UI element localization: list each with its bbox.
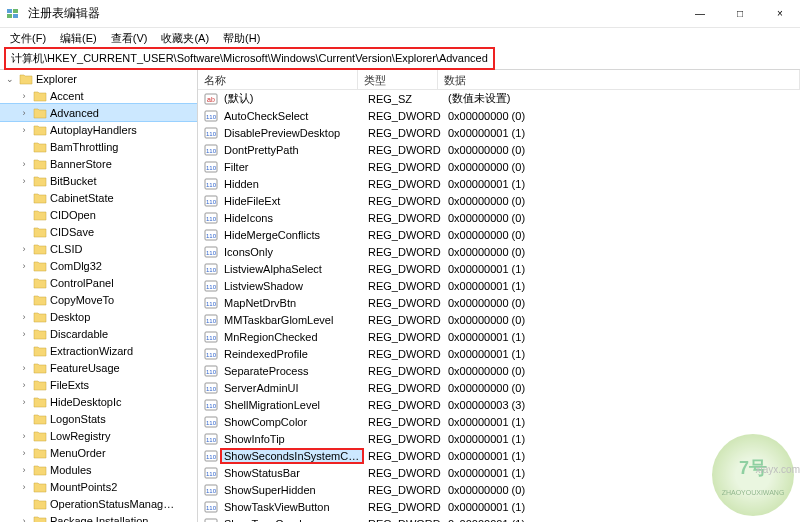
tree-item[interactable]: ›Discardable xyxy=(0,325,197,342)
value-row[interactable]: 110HideIconsREG_DWORD0x00000000 (0) xyxy=(198,209,800,226)
tree-item[interactable]: ⌄Explorer xyxy=(0,70,197,87)
expand-icon[interactable]: › xyxy=(18,125,30,135)
column-name[interactable]: 名称 xyxy=(198,70,358,89)
dword-value-icon: 110 xyxy=(204,398,218,412)
tree-item[interactable]: ExtractionWizard xyxy=(0,342,197,359)
value-row[interactable]: 110ShowTaskViewButtonREG_DWORD0x00000001… xyxy=(198,498,800,515)
tree-item[interactable]: CabinetState xyxy=(0,189,197,206)
dword-value-icon: 110 xyxy=(204,330,218,344)
expand-icon[interactable]: › xyxy=(18,397,30,407)
value-type: REG_DWORD xyxy=(362,433,442,445)
tree-item[interactable]: ›FileExts xyxy=(0,376,197,393)
value-row[interactable]: 110ShowSuperHiddenREG_DWORD0x00000000 (0… xyxy=(198,481,800,498)
value-row[interactable]: 110FilterREG_DWORD0x00000000 (0) xyxy=(198,158,800,175)
value-name: HideMergeConflicts xyxy=(224,229,360,241)
expand-icon[interactable]: › xyxy=(18,431,30,441)
menu-file[interactable]: 文件(F) xyxy=(4,29,52,48)
tree-item[interactable]: ›HideDesktopIc xyxy=(0,393,197,410)
dword-value-icon: 110 xyxy=(204,296,218,310)
tree-item[interactable]: ›AutoplayHandlers xyxy=(0,121,197,138)
value-row[interactable]: 110ShowSecondsInSystemClockREG_DWORD0x00… xyxy=(198,447,800,464)
tree-item-label: FileExts xyxy=(50,379,89,391)
tree-item[interactable]: ›LowRegistry xyxy=(0,427,197,444)
tree-item[interactable]: ›BannerStore xyxy=(0,155,197,172)
value-row[interactable]: 110ShowInfoTipREG_DWORD0x00000001 (1) xyxy=(198,430,800,447)
tree-item[interactable]: ›MountPoints2 xyxy=(0,478,197,495)
value-row[interactable]: 110ServerAdminUIREG_DWORD0x00000000 (0) xyxy=(198,379,800,396)
tree-item[interactable]: ›Advanced xyxy=(0,104,197,121)
tree-item[interactable]: ›Desktop xyxy=(0,308,197,325)
value-row[interactable]: 110MnRegionCheckedREG_DWORD0x00000001 (1… xyxy=(198,328,800,345)
tree-item[interactable]: ›Accent xyxy=(0,87,197,104)
tree-item[interactable]: ›FeatureUsage xyxy=(0,359,197,376)
expand-icon[interactable]: › xyxy=(18,261,30,271)
dword-value-icon: 110 xyxy=(204,381,218,395)
tree-item[interactable]: ›CLSID xyxy=(0,240,197,257)
expand-icon[interactable]: › xyxy=(18,244,30,254)
value-type: REG_DWORD xyxy=(362,195,442,207)
values-pane[interactable]: 名称 类型 数据 ab(默认)REG_SZ(数值未设置)110AutoCheck… xyxy=(198,70,800,522)
close-button[interactable]: × xyxy=(760,0,800,28)
value-row[interactable]: 110SeparateProcessREG_DWORD0x00000000 (0… xyxy=(198,362,800,379)
minimize-button[interactable]: — xyxy=(680,0,720,28)
value-row[interactable]: 110ShowTypeOverlayREG_DWORD0x00000001 (1… xyxy=(198,515,800,522)
value-row[interactable]: 110HideMergeConflictsREG_DWORD0x00000000… xyxy=(198,226,800,243)
address-path[interactable]: 计算机\HKEY_CURRENT_USER\Software\Microsoft… xyxy=(7,50,492,67)
tree-item[interactable]: BamThrottling xyxy=(0,138,197,155)
value-row[interactable]: 110MapNetDrvBtnREG_DWORD0x00000000 (0) xyxy=(198,294,800,311)
expand-icon[interactable]: › xyxy=(18,448,30,458)
value-row[interactable]: ab(默认)REG_SZ(数值未设置) xyxy=(198,90,800,107)
menu-edit[interactable]: 编辑(E) xyxy=(54,29,103,48)
expand-icon[interactable]: › xyxy=(18,91,30,101)
expand-icon[interactable]: › xyxy=(18,159,30,169)
expand-icon[interactable]: › xyxy=(18,482,30,492)
tree-pane[interactable]: ⌄Explorer›Accent›Advanced›AutoplayHandle… xyxy=(0,70,198,522)
tree-item-label: ExtractionWizard xyxy=(50,345,133,357)
tree-item[interactable]: OperationStatusManag… xyxy=(0,495,197,512)
maximize-button[interactable]: □ xyxy=(720,0,760,28)
value-row[interactable]: 110ShowCompColorREG_DWORD0x00000001 (1) xyxy=(198,413,800,430)
value-row[interactable]: 110HideFileExtREG_DWORD0x00000000 (0) xyxy=(198,192,800,209)
tree-item[interactable]: ControlPanel xyxy=(0,274,197,291)
column-data[interactable]: 数据 xyxy=(438,70,800,89)
tree-item[interactable]: CopyMoveTo xyxy=(0,291,197,308)
folder-icon xyxy=(33,362,47,374)
expand-icon[interactable]: › xyxy=(18,312,30,322)
value-type: REG_SZ xyxy=(362,93,442,105)
menu-help[interactable]: 帮助(H) xyxy=(217,29,266,48)
value-row[interactable]: 110ListviewAlphaSelectREG_DWORD0x0000000… xyxy=(198,260,800,277)
expand-icon[interactable]: › xyxy=(18,176,30,186)
value-row[interactable]: 110ListviewShadowREG_DWORD0x00000001 (1) xyxy=(198,277,800,294)
expand-icon[interactable]: › xyxy=(18,516,30,523)
column-type[interactable]: 类型 xyxy=(358,70,438,89)
expand-icon[interactable]: ⌄ xyxy=(4,74,16,84)
tree-item[interactable]: CIDOpen xyxy=(0,206,197,223)
tree-item[interactable]: ›Package Installation xyxy=(0,512,197,522)
value-row[interactable]: 110HiddenREG_DWORD0x00000001 (1) xyxy=(198,175,800,192)
value-row[interactable]: 110MMTaskbarGlomLevelREG_DWORD0x00000000… xyxy=(198,311,800,328)
menu-view[interactable]: 查看(V) xyxy=(105,29,154,48)
menu-favorites[interactable]: 收藏夹(A) xyxy=(155,29,215,48)
expand-icon[interactable]: › xyxy=(18,363,30,373)
value-data: 0x00000003 (3) xyxy=(442,399,800,411)
folder-icon xyxy=(33,311,47,323)
value-row[interactable]: 110ReindexedProfileREG_DWORD0x00000001 (… xyxy=(198,345,800,362)
value-row[interactable]: 110DisablePreviewDesktopREG_DWORD0x00000… xyxy=(198,124,800,141)
expand-icon[interactable]: › xyxy=(18,380,30,390)
value-row[interactable]: 110IconsOnlyREG_DWORD0x00000000 (0) xyxy=(198,243,800,260)
tree-item[interactable]: ›Modules xyxy=(0,461,197,478)
value-row[interactable]: 110ShowStatusBarREG_DWORD0x00000001 (1) xyxy=(198,464,800,481)
tree-item[interactable]: ›ComDlg32 xyxy=(0,257,197,274)
tree-item[interactable]: CIDSave xyxy=(0,223,197,240)
value-type: REG_DWORD xyxy=(362,314,442,326)
value-row[interactable]: 110AutoCheckSelectREG_DWORD0x00000000 (0… xyxy=(198,107,800,124)
tree-item[interactable]: ›MenuOrder xyxy=(0,444,197,461)
expand-icon[interactable]: › xyxy=(18,465,30,475)
value-row[interactable]: 110DontPrettyPathREG_DWORD0x00000000 (0) xyxy=(198,141,800,158)
value-row[interactable]: 110ShellMigrationLevelREG_DWORD0x0000000… xyxy=(198,396,800,413)
value-type: REG_DWORD xyxy=(362,229,442,241)
tree-item[interactable]: LogonStats xyxy=(0,410,197,427)
tree-item[interactable]: ›BitBucket xyxy=(0,172,197,189)
expand-icon[interactable]: › xyxy=(18,108,30,118)
expand-icon[interactable]: › xyxy=(18,329,30,339)
